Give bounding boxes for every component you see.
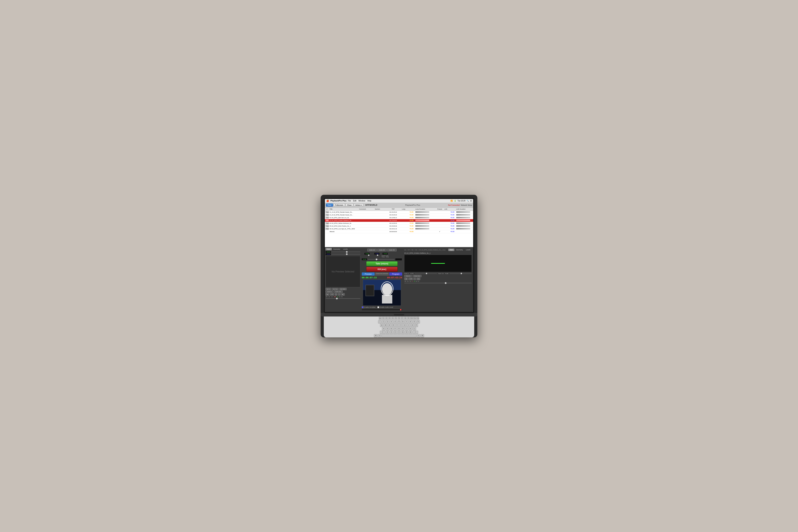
save-button[interactable]: Save — [326, 204, 333, 207]
key-2[interactable]: 2 — [386, 320, 389, 323]
fade-out-thumb[interactable] — [461, 273, 462, 274]
take-button-1[interactable]: Take — [325, 211, 329, 213]
enable-scrubber-checkbox[interactable]: Enable Scrubber — [362, 306, 376, 308]
speed-1x-neg[interactable]: -1x — [331, 296, 333, 298]
playhead-thumb-left[interactable] — [336, 298, 338, 300]
fullscreen-button[interactable]: Fullscreen — [334, 204, 345, 207]
key-n[interactable]: N — [405, 330, 408, 334]
fade-out-slider[interactable] — [450, 273, 472, 274]
menu-window[interactable]: Window — [358, 200, 365, 202]
key-i[interactable]: I — [407, 324, 410, 327]
table-row[interactable]: Take 04 LM_EP04_Stefan-Hertmans_NL 00:14… — [325, 222, 473, 225]
tab-main-right[interactable]: Main — [448, 249, 455, 251]
key-shift-right[interactable]: ⇧ — [413, 330, 418, 334]
tab-levels-left[interactable]: Levels — [342, 248, 349, 250]
key-esc[interactable]: esc — [379, 317, 382, 320]
table-row-active[interactable]: Take 03 LM_EP03_Kristien-Dieltiens_NL...… — [325, 219, 473, 222]
key-f1[interactable]: F1 — [382, 317, 385, 320]
key-3[interactable]: 3 — [390, 320, 393, 323]
tab-levels-right[interactable]: Levels — [464, 249, 472, 251]
key-cmd-right[interactable]: ⌘ — [421, 334, 424, 337]
key-f3[interactable]: F3 — [388, 317, 391, 320]
playhead-thumb-right[interactable] — [445, 282, 446, 284]
jump-start-right[interactable]: |◄ — [404, 278, 408, 280]
key-f5[interactable]: F5 — [395, 317, 397, 320]
menu-help[interactable]: Help — [367, 200, 371, 202]
network-setup-link[interactable]: Network Setup — [461, 204, 472, 206]
take-button-4[interactable]: Take — [325, 219, 329, 222]
audio-cb[interactable] — [377, 306, 379, 308]
table-row[interactable]: Take 01_B LM_EP06_Randal-Casaer_NL... 00… — [325, 214, 473, 216]
key-v[interactable]: V — [397, 330, 401, 334]
key-f11[interactable]: F11 — [413, 317, 416, 320]
play-pause-button[interactable]: >>// — [330, 293, 334, 296]
key-f12[interactable]: F12 — [416, 317, 419, 320]
speed-1x-last-right[interactable]: 1x — [418, 281, 419, 282]
mid-thumb-main[interactable] — [368, 254, 369, 256]
close-button[interactable]: Close — [345, 204, 353, 207]
menu-edit[interactable]: Edit — [353, 200, 356, 202]
enable-audio-checkbox[interactable]: Enable Audio Level — [377, 306, 393, 308]
key-f10[interactable]: F10 — [410, 317, 413, 320]
key-y[interactable]: Y — [399, 324, 403, 327]
kill-esc-button[interactable]: Kill (esc) — [366, 267, 398, 272]
key-p[interactable]: P — [415, 324, 418, 327]
speed-2x[interactable]: 2x — [339, 296, 341, 298]
table-row[interactable]: offworld 00:00:00:00 +0.00 ✓ +0.00 — [325, 230, 473, 233]
key-backtick[interactable]: ` — [378, 320, 382, 323]
key-z[interactable]: Z — [386, 330, 389, 334]
table-row[interactable]: Take 05 LM_EP02_Elvis-Peeters_NL_1 00:15… — [325, 225, 473, 228]
mid-thumb-link[interactable] — [377, 254, 378, 256]
key-k[interactable]: K — [409, 327, 412, 330]
fade-in-thumb[interactable] — [426, 273, 427, 274]
key-f7[interactable]: F7 — [401, 317, 403, 320]
jump-end-right[interactable]: ►| — [417, 278, 420, 280]
slider-1[interactable] — [331, 251, 360, 252]
key-d[interactable]: D — [390, 327, 393, 330]
scrubber-cb[interactable] — [362, 306, 363, 308]
take-button-5[interactable]: Take — [325, 222, 329, 224]
key-w[interactable]: W — [384, 324, 387, 327]
key-1[interactable]: 1 — [382, 320, 385, 323]
tab-main-left[interactable]: Main — [325, 248, 332, 250]
goto-out-button-left[interactable]: Goto Out — [334, 290, 342, 293]
key-o[interactable]: O — [411, 324, 414, 327]
speed-1x[interactable]: 1x — [337, 296, 338, 298]
playhead-slider-left[interactable] — [325, 298, 360, 299]
key-r[interactable]: R — [392, 324, 395, 327]
step-fwd-right[interactable]: > — [414, 278, 416, 280]
speed-2x-right[interactable]: 2x — [416, 281, 417, 282]
key-q[interactable]: Q — [380, 324, 383, 327]
scrubber-bar[interactable] — [362, 309, 402, 310]
table-row[interactable]: Take 01_A LM_EP06_Randal-Casaer_NL... 00… — [325, 211, 473, 214]
goto-in-button-left[interactable]: Goto In — [325, 290, 333, 293]
playhead-slider-right[interactable] — [404, 283, 472, 283]
key-f9[interactable]: F9 — [407, 317, 410, 320]
speed-8x-neg[interactable]: -8x — [325, 296, 327, 298]
key-alt-right[interactable]: ⌥ — [417, 334, 420, 337]
step-forward-button[interactable]: > — [338, 293, 340, 296]
take-button-2[interactable]: Take — [325, 214, 329, 216]
key-cmd-left[interactable]: ⌘ — [374, 334, 377, 337]
key-u[interactable]: U — [403, 324, 406, 327]
set-both-button[interactable]: Set Both — [339, 288, 347, 290]
take-button-3[interactable]: Take — [325, 216, 329, 218]
speed-1x-neg-right[interactable]: -1x — [409, 281, 411, 282]
key-9[interactable]: 9 — [413, 320, 416, 323]
tab-geometry-right[interactable]: Geometry — [455, 249, 464, 251]
table-row[interactable]: Take 06 LM_EP05_Lize-Spit_NL_OTNL_NEW 00… — [325, 228, 473, 230]
action-button[interactable]: Action ▾ — [354, 204, 363, 207]
play-pause-right[interactable]: >>// — [408, 278, 413, 280]
key-5[interactable]: 5 — [397, 320, 401, 323]
menu-icon[interactable]: ☰ — [470, 200, 472, 202]
goto-10-button[interactable]: Goto 10 — [367, 249, 377, 251]
key-x[interactable]: X — [390, 330, 393, 334]
jump-start-button[interactable]: |◄ — [325, 293, 329, 296]
speed-1x-right[interactable]: 1x — [414, 281, 415, 282]
goto-20-button[interactable]: Goto 20 — [377, 249, 387, 251]
search-icon[interactable]: 🔍 — [467, 200, 469, 202]
key-space[interactable] — [382, 334, 416, 337]
take-button-6[interactable]: Take — [325, 225, 329, 227]
take-return-button[interactable]: Take (return) — [366, 261, 398, 266]
key-6[interactable]: 6 — [401, 320, 404, 323]
